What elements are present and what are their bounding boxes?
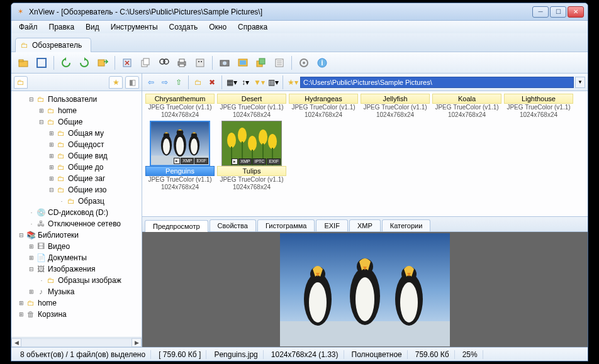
thumbnail-item[interactable]: LighthouseJPEG TrueColor (v1.1)1024x768x… xyxy=(503,94,574,118)
expand-icon[interactable]: ⊞ xyxy=(28,255,35,261)
scroll-left-icon[interactable]: ◀ xyxy=(11,338,21,347)
expand-icon[interactable]: ⊞ xyxy=(38,108,45,114)
thumbnail-item[interactable]: ▸XMPIPTCEXIFTulipsJPEG TrueColor (v1.1)1… xyxy=(216,119,287,190)
expand-icon[interactable]: ⊞ xyxy=(18,311,25,317)
open-button[interactable] xyxy=(15,55,31,71)
ptab-categories[interactable]: Категории xyxy=(382,219,431,231)
minimize-button[interactable]: ─ xyxy=(532,6,549,18)
rotate-right-button[interactable] xyxy=(76,55,92,71)
tree-item[interactable]: ⊞🗀Общедост xyxy=(13,139,140,150)
collapse-icon[interactable]: ⊟ xyxy=(18,232,25,238)
menu-help[interactable]: Справка xyxy=(233,21,272,33)
slideshow-button[interactable] xyxy=(235,55,251,71)
favorite-button[interactable]: ★▾ xyxy=(286,76,299,89)
nav-up-button[interactable]: ⇧ xyxy=(172,76,185,89)
address-bar[interactable]: C:\Users\Public\Pictures\Sample Pictures… xyxy=(300,77,574,88)
filter-button[interactable]: ▼▾ xyxy=(253,76,266,89)
tree-item[interactable]: ⊞🎞Видео xyxy=(13,241,140,252)
thumbnail-item[interactable]: HydrangeasJPEG TrueColor (v1.1)1024x768x… xyxy=(288,94,359,118)
search-button[interactable] xyxy=(155,55,172,71)
sidebar-tab-cat[interactable]: ◧ xyxy=(125,76,139,89)
copy-button[interactable] xyxy=(137,55,154,71)
menu-tools[interactable]: Инструменты xyxy=(106,21,163,33)
tree-item[interactable]: ⊟🗀Общие изо xyxy=(13,184,140,196)
thumbnail-item[interactable]: JellyfishJPEG TrueColor (v1.1)1024x768x2… xyxy=(360,94,430,118)
tree-item[interactable]: ⊞🗑Корзина xyxy=(13,309,140,320)
expand-icon[interactable]: ⊞ xyxy=(28,243,35,250)
tree-item[interactable]: ⊟🖼Изображения xyxy=(13,263,140,275)
tree-item[interactable]: ⊞🗀Общие заг xyxy=(13,173,140,184)
expand-icon[interactable]: ⊞ xyxy=(48,175,55,182)
list-button[interactable] xyxy=(271,55,288,71)
maximize-button[interactable]: ☐ xyxy=(550,6,566,18)
collapse-icon[interactable]: ⊟ xyxy=(28,266,35,272)
rotate-left-button[interactable] xyxy=(58,55,74,71)
tree-item[interactable]: ⊞🗀home xyxy=(13,297,140,309)
thumbnail-item[interactable]: ▸XMPEXIFPenguinsJPEG TrueColor (v1.1)102… xyxy=(145,119,215,190)
ptab-exif[interactable]: EXIF xyxy=(316,219,347,231)
tree-item[interactable]: ·🗀Образц xyxy=(13,196,140,207)
nav-back-button[interactable]: ⇦ xyxy=(145,76,157,89)
tree-item[interactable]: ⊞📄Документы xyxy=(13,252,140,263)
expand-icon[interactable]: ⊞ xyxy=(48,164,55,170)
folder-tree[interactable]: ⊟🗀Пользователи⊞🗀home⊟🗀Общие⊞🗀Общая му⊞🗀О… xyxy=(11,91,142,337)
thumbnail-item[interactable]: ChrysanthemumJPEG TrueColor (v1.1)1024x7… xyxy=(145,94,215,118)
scroll-right-icon[interactable]: ▶ xyxy=(132,338,142,347)
menu-create[interactable]: Создать xyxy=(164,21,203,33)
thumbnail-item[interactable]: KoalaJPEG TrueColor (v1.1)1024x768x24 xyxy=(432,94,502,118)
ptab-properties[interactable]: Свойства xyxy=(210,219,256,231)
sidebar-tab-fav[interactable]: ★ xyxy=(109,76,123,89)
menu-file[interactable]: Файл xyxy=(14,21,43,33)
thumbnail-pane[interactable]: ChrysanthemumJPEG TrueColor (v1.1)1024x7… xyxy=(142,91,588,217)
tree-item[interactable]: ⊞🗀home xyxy=(13,105,140,116)
menu-window[interactable]: Окно xyxy=(204,21,232,33)
address-dropdown[interactable]: ▼ xyxy=(575,77,585,88)
nav-forward-button[interactable]: ⇨ xyxy=(159,76,171,89)
print-button[interactable] xyxy=(174,55,190,71)
capture-button[interactable] xyxy=(216,55,233,71)
convert-button[interactable] xyxy=(94,55,111,71)
new-folder-button[interactable]: 🗀 xyxy=(192,76,204,89)
tree-item[interactable]: ·🗀Образцы изображ xyxy=(13,275,140,286)
collapse-icon[interactable]: ⊟ xyxy=(28,96,35,102)
fullscreen-button[interactable] xyxy=(33,55,50,71)
view-mode-button[interactable]: ▦▾ xyxy=(225,76,238,89)
tab-browser[interactable]: 🗀 Обозреватель xyxy=(15,38,91,52)
expand-icon[interactable]: ⊞ xyxy=(48,141,55,148)
tree-item[interactable]: ⊞🗀Общие до xyxy=(13,162,140,173)
ptab-preview[interactable]: Предпросмотр xyxy=(145,220,208,232)
settings-button[interactable] xyxy=(192,55,208,71)
delete-button[interactable]: ✖ xyxy=(206,76,218,89)
ptab-xmp[interactable]: XMP xyxy=(349,219,381,231)
expand-icon[interactable]: ⊞ xyxy=(18,300,25,306)
ptab-histogram[interactable]: Гистограмма xyxy=(257,219,315,231)
menu-view[interactable]: Вид xyxy=(81,21,104,33)
expand-icon[interactable]: ⊞ xyxy=(48,130,55,136)
tree-item[interactable]: ⊞🗀Общая му xyxy=(13,128,140,139)
titlebar[interactable]: ✶ XnView - [Обозреватель - C:\Users\Publ… xyxy=(11,3,588,21)
collapse-icon[interactable]: ⊟ xyxy=(48,187,55,193)
batch-button[interactable] xyxy=(253,55,269,71)
tree-item[interactable]: ·🖧Отключенное сетево xyxy=(13,218,140,229)
collapse-icon[interactable]: ⊟ xyxy=(38,119,45,125)
menu-edit[interactable]: Правка xyxy=(44,21,80,33)
tree-item[interactable]: ⊟📚Библиотеки xyxy=(13,229,140,241)
tree-item[interactable]: ⊞🗀Общие вид xyxy=(13,150,140,162)
preview-image[interactable] xyxy=(142,232,588,347)
close-button[interactable]: ✕ xyxy=(568,6,584,18)
thumbnail-image[interactable]: ▸XMPIPTCEXIF xyxy=(221,121,282,166)
expand-icon[interactable]: ⊞ xyxy=(28,289,35,295)
thumbnail-image[interactable]: ▸XMPEXIF xyxy=(150,121,210,166)
tree-item[interactable]: ⊟🗀Пользователи xyxy=(13,94,140,105)
layout-button[interactable]: ▥▾ xyxy=(267,76,279,89)
tree-item[interactable]: ·💿CD-дисковод (D:) xyxy=(13,207,140,218)
thumbnail-item[interactable]: DesertJPEG TrueColor (v1.1)1024x768x24 xyxy=(216,94,287,118)
tree-item[interactable]: ⊟🗀Общие xyxy=(13,116,140,128)
cut-button[interactable] xyxy=(119,55,135,71)
sidebar-hscroll[interactable]: ◀ ▶ xyxy=(11,337,142,347)
expand-icon[interactable]: ⊞ xyxy=(48,153,55,159)
options-button[interactable] xyxy=(296,55,312,71)
sort-button[interactable]: ↕▾ xyxy=(239,76,252,89)
info-button[interactable]: i xyxy=(314,55,330,71)
tree-item[interactable]: ⊞♪Музыка xyxy=(13,286,140,297)
